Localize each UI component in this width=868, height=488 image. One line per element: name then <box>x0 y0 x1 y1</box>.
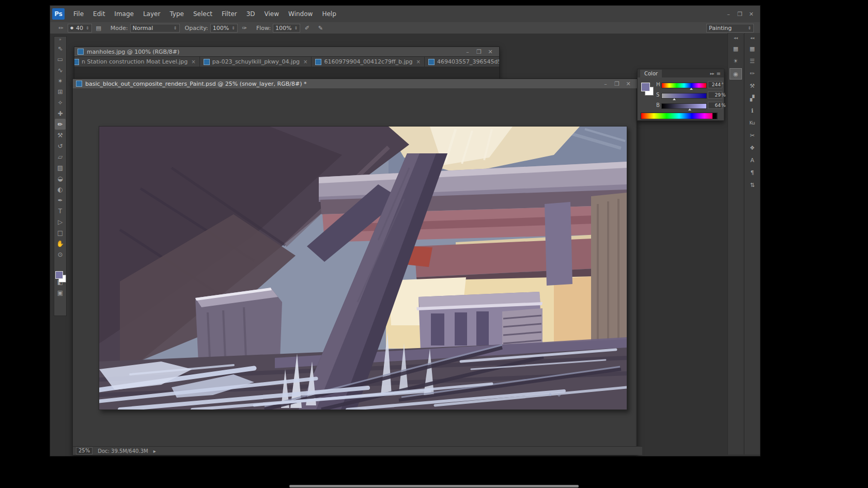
hue-slider-marker[interactable] <box>690 88 693 90</box>
tool-presets-panel-icon[interactable]: ✂ <box>747 130 758 140</box>
tab-6160979904[interactable]: 6160979904_00412c79ff_b.jpg × <box>312 57 425 67</box>
styles-panel-icon[interactable]: ❖ <box>747 143 758 153</box>
color-panel-tab[interactable]: Color <box>640 70 662 77</box>
restore-button[interactable]: ❐ <box>734 11 746 18</box>
rail-collapse-icon[interactable]: ◂◂ <box>728 35 743 41</box>
brush-preset-picker[interactable]: ● 40 ⇕ <box>68 24 92 33</box>
type-tool[interactable]: T <box>55 206 66 216</box>
panel-menu-icon[interactable]: ≡ <box>717 71 724 76</box>
pressure-size-button[interactable]: ✎ <box>315 23 326 33</box>
tool-preset-picker[interactable]: ✏ <box>55 23 67 33</box>
timeline-panel-icon[interactable]: ⇅ <box>747 180 758 190</box>
minimize-button[interactable]: – <box>600 81 611 87</box>
tab-close-icon[interactable]: × <box>416 59 421 65</box>
flow-select[interactable]: 100% ⇕ <box>273 24 300 33</box>
menu-select[interactable]: Select <box>189 6 217 22</box>
blur-tool[interactable]: ◒ <box>55 173 66 184</box>
color-spectrum-ramp[interactable] <box>641 113 718 119</box>
status-expand-icon[interactable]: ▸ <box>153 448 156 454</box>
close-button[interactable]: ✕ <box>623 81 634 87</box>
brightness-value-input[interactable]: 64 <box>708 102 722 109</box>
menu-help[interactable]: Help <box>317 6 340 22</box>
menu-filter[interactable]: Filter <box>217 6 242 22</box>
histogram-panel-icon[interactable]: ▞ <box>747 93 758 103</box>
blend-mode-select[interactable]: Normal ⇕ <box>130 24 180 33</box>
black-swatch-chip[interactable] <box>712 113 717 119</box>
swatches-panel-icon[interactable]: ▦ <box>730 43 741 54</box>
opacity-select[interactable]: 100% ⇕ <box>210 24 238 33</box>
zoom-tool[interactable]: ⊙ <box>55 249 66 260</box>
restore-button[interactable]: ❐ <box>611 81 623 87</box>
menu-edit[interactable]: Edit <box>88 6 110 22</box>
hand-tool[interactable]: ✋ <box>55 238 66 249</box>
menu-window[interactable]: Window <box>284 6 317 22</box>
path-selection-tool[interactable]: ▷ <box>55 216 66 227</box>
hue-slider[interactable] <box>661 83 707 88</box>
close-button[interactable]: ✕ <box>746 11 757 18</box>
tab-schuylkill-pkwy[interactable]: pa-023_schuylkill_pkwy_04.jpg × <box>200 57 312 67</box>
brightness-slider[interactable] <box>661 103 707 109</box>
toggle-brush-panel-button[interactable]: ▤ <box>93 23 104 33</box>
minimize-button[interactable]: – <box>723 11 734 18</box>
lasso-tool[interactable]: ∿ <box>55 65 66 75</box>
tab-station-construction[interactable]: n Station construction Moat Level.jpg × <box>74 57 200 67</box>
eyedropper-tool[interactable]: ✧ <box>55 97 66 108</box>
pen-tool[interactable]: ✒ <box>55 195 66 206</box>
history-brush-tool[interactable]: ↺ <box>55 140 66 151</box>
clone-source-panel-icon[interactable]: ⚒ <box>747 81 758 91</box>
brush-tool[interactable]: ✏ <box>55 119 66 130</box>
window2-titlebar[interactable]: basic_block_out_composite_renders_Paint.… <box>73 79 637 88</box>
tab-469403557[interactable]: 469403557_396545d54e_o.jpg × <box>425 57 499 67</box>
taskbar[interactable] <box>289 485 579 487</box>
saturation-slider-marker[interactable] <box>673 98 676 100</box>
info-panel-icon[interactable]: ℹ <box>747 105 758 116</box>
tools-collapse-icon[interactable]: » <box>54 37 66 43</box>
panel-collapse-icon[interactable]: ▸▸ <box>708 71 717 76</box>
marquee-tool[interactable]: ▭ <box>55 54 66 65</box>
workspace-select[interactable]: Painting ⇕ <box>706 24 754 33</box>
menu-image[interactable]: Image <box>110 6 138 22</box>
dodge-tool[interactable]: ◐ <box>55 184 66 195</box>
menu-bar[interactable]: Ps File Edit Image Layer Type Select Fil… <box>50 6 760 22</box>
brush-presets-panel-icon[interactable]: ☰ <box>747 56 758 66</box>
foreground-color-swatch[interactable] <box>641 83 650 91</box>
brush-panel-icon[interactable]: ✏ <box>747 68 758 78</box>
mini-bridge-panel-icon[interactable]: ▦ <box>747 43 758 54</box>
menu-3d[interactable]: 3D <box>242 6 260 22</box>
shape-tool[interactable]: □ <box>55 227 66 238</box>
zoom-level-input[interactable]: 25% <box>76 447 92 454</box>
rail-collapse-icon[interactable]: ◂◂ <box>745 35 760 41</box>
close-button[interactable]: ✕ <box>485 49 496 55</box>
document-canvas[interactable] <box>99 126 627 410</box>
color-panel-icon[interactable]: ◉ <box>730 68 742 80</box>
quick-selection-tool[interactable]: ✶ <box>55 75 66 86</box>
move-tool[interactable]: ⇖ <box>55 43 66 54</box>
chevron-down-icon: ⇕ <box>231 26 235 30</box>
airbrush-button[interactable]: ✐ <box>301 23 313 33</box>
screen-mode-button[interactable]: ▣ <box>55 287 66 298</box>
gradient-tool[interactable]: ▨ <box>55 162 66 173</box>
brightness-slider-marker[interactable] <box>688 108 691 111</box>
menu-type[interactable]: Type <box>165 6 189 22</box>
window1-titlebar[interactable]: manholes.jpg @ 100% (RGB/8#) – ❐ ✕ <box>74 47 499 56</box>
kuler-panel-icon[interactable]: Ku <box>747 118 758 128</box>
saturation-slider[interactable] <box>661 93 707 99</box>
character-panel-icon[interactable]: A <box>747 155 758 165</box>
crop-tool[interactable]: ⊞ <box>55 86 66 97</box>
adjustments-panel-icon[interactable]: ☀ <box>730 56 741 66</box>
hue-value-input[interactable]: 244 <box>708 81 722 88</box>
healing-brush-tool[interactable]: ✚ <box>55 108 66 119</box>
paragraph-panel-icon[interactable]: ¶ <box>747 167 758 178</box>
tab-close-icon[interactable]: × <box>303 59 307 65</box>
restore-button[interactable]: ❐ <box>473 49 485 55</box>
foreground-color-swatch[interactable] <box>55 271 63 279</box>
menu-view[interactable]: View <box>260 6 284 22</box>
minimize-button[interactable]: – <box>462 49 473 55</box>
clone-stamp-tool[interactable]: ⚒ <box>55 130 66 140</box>
menu-file[interactable]: File <box>69 6 88 22</box>
menu-layer[interactable]: Layer <box>138 6 165 22</box>
tab-close-icon[interactable]: × <box>191 59 195 65</box>
pressure-opacity-button[interactable]: ✑ <box>239 23 250 33</box>
saturation-value-input[interactable]: 29 <box>708 91 722 99</box>
eraser-tool[interactable]: ▱ <box>55 151 66 162</box>
